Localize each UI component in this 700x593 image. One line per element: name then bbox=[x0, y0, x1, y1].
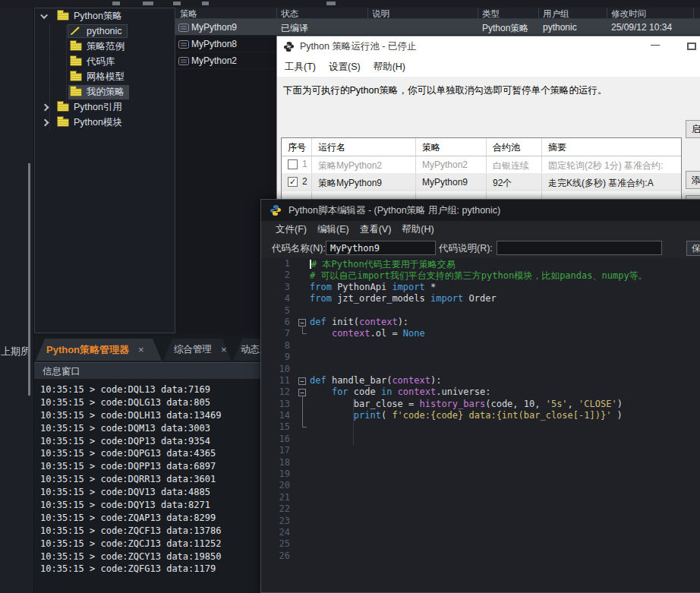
tab-python-strategy-manager[interactable]: Python策略管理器 × bbox=[36, 339, 162, 361]
runpool-title: Python 策略运行池 - 已停止 bbox=[300, 40, 417, 53]
code-line[interactable]: 14 print( f'code:{code} data:{int(bar_cl… bbox=[261, 410, 700, 421]
menu-help[interactable]: 帮助(H) bbox=[399, 222, 437, 237]
code-line[interactable]: 6−def init(context): bbox=[261, 317, 700, 328]
column-header[interactable]: 合约池 bbox=[487, 138, 542, 156]
code-name-label: 代码名称(N): bbox=[272, 242, 326, 255]
fold-toggle-icon[interactable]: − bbox=[298, 377, 306, 385]
editor-titlebar[interactable]: Python脚本编辑器 - (Python策略 用户组: pythonic) bbox=[261, 200, 700, 221]
code-line[interactable]: 22 bbox=[261, 503, 700, 515]
column-header[interactable]: 修改时间 bbox=[611, 8, 646, 20]
code-line[interactable]: 23 bbox=[261, 516, 700, 527]
code-desc-input[interactable] bbox=[497, 241, 662, 255]
tab-label: 综合管理 bbox=[174, 343, 212, 356]
column-header[interactable]: 摘要 bbox=[542, 138, 682, 156]
save-button[interactable]: 保存 bbox=[686, 241, 700, 256]
line-number: 19 bbox=[261, 468, 296, 480]
runpool-titlebar[interactable]: Python 策略运行池 - 已停止 — bbox=[277, 36, 700, 57]
start-button[interactable]: 启动 bbox=[686, 120, 700, 138]
code-line[interactable]: 25 bbox=[261, 538, 700, 550]
menu-file[interactable]: 文件(F) bbox=[273, 222, 310, 237]
chevron-down-icon[interactable] bbox=[40, 11, 48, 19]
column-header[interactable]: 说明 bbox=[372, 8, 389, 20]
tree-item-label: Python模块 bbox=[74, 116, 122, 129]
tab-close-icon[interactable]: × bbox=[221, 344, 227, 355]
folder-icon bbox=[70, 88, 82, 96]
runpool-row[interactable]: 1策略MyPython2MyPython2白银连续固定轮询(2秒 1分) 基准合… bbox=[282, 156, 681, 174]
minimize-button[interactable]: — bbox=[648, 39, 663, 50]
code-line[interactable]: 10 bbox=[261, 364, 700, 375]
left-rail-scrollbar[interactable] bbox=[28, 163, 30, 396]
script-editor-window: Python脚本编辑器 - (Python策略 用户组: pythonic) 文… bbox=[260, 199, 700, 593]
code-line[interactable]: 24 bbox=[261, 527, 700, 538]
tree-item-python-module[interactable]: Python模块 bbox=[35, 115, 175, 130]
line-number: 22 bbox=[261, 503, 296, 515]
code-line[interactable]: 9 bbox=[261, 352, 700, 363]
column-header[interactable]: 状态 bbox=[281, 8, 298, 20]
code-line[interactable]: 7 context.ol = None bbox=[261, 328, 700, 339]
code-line[interactable]: 5 bbox=[261, 305, 700, 317]
tab-general-management[interactable]: 综合管理 × bbox=[163, 339, 232, 361]
code-line[interactable]: 13 bar_close = history_bars(code, 10, '5… bbox=[261, 399, 700, 410]
line-number: 17 bbox=[261, 445, 296, 456]
chevron-right-icon[interactable] bbox=[42, 118, 49, 126]
maximize-button[interactable] bbox=[687, 43, 696, 50]
line-number: 20 bbox=[261, 480, 296, 491]
column-header[interactable]: 策略 bbox=[180, 8, 197, 20]
column-header[interactable]: 运行名 bbox=[312, 138, 416, 156]
log-line: 10:35:15 > code:DQM13 data:3003 bbox=[40, 423, 262, 436]
log-output[interactable]: 10:35:15 > code:DQL13 data:716910:35:15 … bbox=[34, 382, 262, 593]
code-line[interactable]: 12− for code in context.universe: bbox=[261, 386, 700, 398]
code-desc-label: 代码说明(R): bbox=[439, 242, 493, 255]
code-line[interactable]: 17 bbox=[261, 445, 700, 456]
code-line[interactable]: 18 bbox=[261, 457, 700, 468]
tree-item-pythonic[interactable]: pythonic bbox=[35, 24, 175, 39]
column-header[interactable]: 用户组 bbox=[543, 8, 569, 20]
bottom-dock-panel: Python策略管理器 × 综合管理 × 动态显 信息窗口 10:35:15 >… bbox=[34, 336, 262, 593]
line-number: 21 bbox=[261, 492, 296, 503]
tab-close-icon[interactable]: × bbox=[138, 344, 144, 355]
code-line[interactable]: 20 bbox=[261, 480, 700, 491]
tree-item-python-strategy[interactable]: Python策略 bbox=[35, 8, 175, 24]
menu-settings[interactable]: 设置(S) bbox=[326, 59, 364, 75]
folder-icon bbox=[57, 103, 69, 112]
tree-item-code-library[interactable]: 代码库 bbox=[35, 54, 175, 69]
code-line[interactable]: 8 bbox=[261, 340, 700, 352]
column-header[interactable]: 类型 bbox=[482, 8, 500, 20]
menu-tools[interactable]: 工具(T) bbox=[282, 59, 319, 75]
code-line[interactable]: 26 bbox=[261, 550, 700, 562]
log-line: 10:35:15 > code:DQY13 data:8271 bbox=[40, 500, 262, 513]
menu-view[interactable]: 查看(V) bbox=[357, 222, 395, 237]
tree-item-python-reference[interactable]: Python引用 bbox=[35, 99, 175, 115]
code-line[interactable]: 15 bbox=[261, 421, 700, 433]
log-line: 10:35:15 > code:ZQCJ13 data:11252 bbox=[40, 538, 262, 551]
chevron-right-icon[interactable] bbox=[42, 103, 49, 111]
code-line[interactable]: 2# 可以自己import我们平台支持的第三方python模块，比如pandas… bbox=[261, 270, 700, 281]
fold-gutter bbox=[296, 293, 310, 304]
run-checkbox[interactable] bbox=[288, 159, 298, 169]
column-header[interactable]: 序号 bbox=[282, 138, 312, 156]
add-button[interactable]: 添加 bbox=[686, 171, 700, 189]
column-header[interactable]: 策略 bbox=[416, 138, 487, 156]
code-name-input[interactable] bbox=[326, 241, 436, 255]
strategy-row-mypython9[interactable]: MyPython9 已编译 Python策略 pythonic 25/09/12… bbox=[175, 19, 700, 36]
tree-item-examples[interactable]: 策略范例 bbox=[35, 39, 175, 54]
code-line[interactable]: 1# 本Python代码主要用于策略交易 bbox=[261, 258, 700, 270]
run-checkbox[interactable]: ✓ bbox=[288, 177, 298, 187]
tree-item-my-strategies[interactable]: 我的策略 bbox=[35, 84, 175, 99]
code-line[interactable]: 11−def handle_bar(context): bbox=[261, 375, 700, 386]
line-number: 11 bbox=[261, 375, 296, 386]
pencil-icon bbox=[70, 27, 82, 36]
code-line[interactable]: 19 bbox=[261, 468, 700, 480]
runpool-row[interactable]: ✓2策略MyPython9MyPython992个走完K线(多秒) 基准合约:A bbox=[282, 174, 681, 191]
tree-item-grid-model[interactable]: 网格模型 bbox=[35, 69, 175, 84]
code-line[interactable]: 4from jzt_order_models import Order bbox=[261, 293, 700, 304]
code-editor-area[interactable]: 1# 本Python代码主要用于策略交易2# 可以自己import我们平台支持的… bbox=[261, 258, 700, 592]
strategy-group: pythonic bbox=[543, 22, 577, 33]
code-line[interactable]: 3from PythonApi import * bbox=[261, 282, 700, 293]
menu-edit[interactable]: 编辑(E) bbox=[314, 222, 352, 237]
fold-gutter bbox=[296, 305, 310, 317]
code-line[interactable]: 21 bbox=[261, 492, 700, 503]
menu-help[interactable]: 帮助(H) bbox=[370, 59, 408, 75]
line-number: 18 bbox=[261, 457, 296, 468]
code-line[interactable]: 16 bbox=[261, 434, 700, 445]
